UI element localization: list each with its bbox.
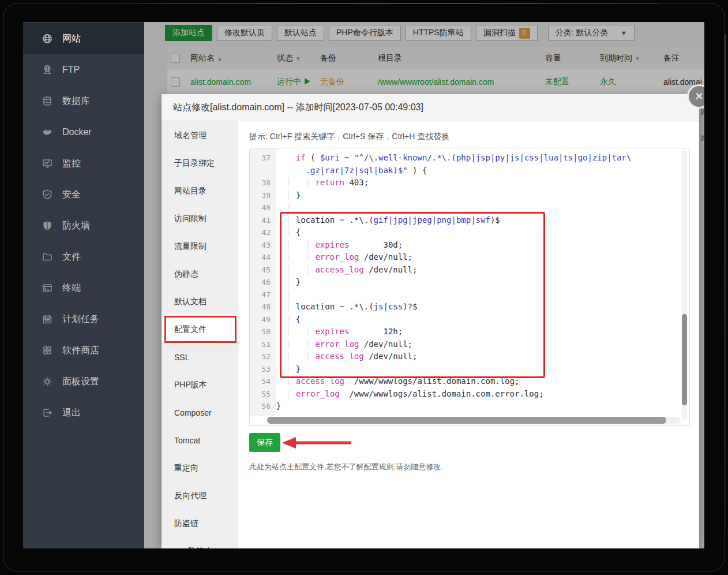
modal-menu-item-9[interactable]: SSL: [162, 343, 238, 371]
line-number: 47: [250, 289, 276, 301]
line-number: 39: [250, 189, 276, 202]
sidebar-item-label: 退出: [62, 407, 81, 419]
code-line: 49 │ {: [250, 313, 689, 326]
site-edit-modal: 站点修改[alist.domain.com] -- 添加时间[2023-07-0…: [162, 94, 699, 548]
sidebar-item-11[interactable]: 软件商店: [23, 335, 144, 366]
modal-menu-item-label: 流量限制: [174, 241, 207, 252]
editor-horizontal-scrollbar[interactable]: [267, 417, 681, 424]
modal-menu-item-11[interactable]: Composer: [162, 399, 238, 427]
modal-header: 站点修改[alist.domain.com] -- 添加时间[2023-07-0…: [162, 94, 699, 121]
modal-menu-item-label: Composer: [174, 408, 212, 417]
arrow-annotation: [280, 435, 354, 451]
modal-menu-item-12[interactable]: Tomcat: [162, 427, 238, 454]
code-line: 46 │ }: [250, 276, 689, 289]
save-button[interactable]: 保存: [249, 433, 280, 452]
sidebar-item-5[interactable]: 监控: [23, 148, 144, 179]
code-text: }: [276, 400, 281, 413]
line-number: 45: [250, 264, 276, 277]
sidebar-item-3[interactable]: 数据库: [23, 85, 144, 117]
app-window: 添加站点修改默认页默认站点PHP命令行版本HTTPS防窜站漏洞扫描0分类: 默认…: [23, 22, 704, 548]
modal-menu-item-7[interactable]: 默认文档: [162, 288, 238, 316]
modal-menu-item-4[interactable]: 访问限制: [162, 205, 238, 233]
code-line: 37 if ( $uri ~ "^/\.well-known/.*\.(php|…: [250, 152, 689, 165]
logout-icon: [42, 407, 53, 419]
terminal-icon: [42, 282, 53, 294]
modal-menu-item-label: Tomcat: [174, 436, 200, 445]
code-line: 50 │ │ expires 12h;: [250, 326, 689, 338]
modal-menu: 域名管理子目录绑定网站目录访问限制流量限制伪静态默认文档配置文件SSLPHP版本…: [162, 121, 238, 548]
code-text: │: [276, 201, 291, 214]
line-number: 56: [250, 400, 276, 413]
line-number: 43: [250, 239, 276, 252]
sidebar-item-13[interactable]: 退出: [23, 397, 144, 428]
sidebar-item-10[interactable]: 计划任务: [23, 304, 144, 335]
code-line: 55 │ error_log /www/wwwlogs/alist.domain…: [250, 388, 689, 401]
close-icon: ✕: [695, 90, 703, 103]
modal-menu-item-5[interactable]: 流量限制: [162, 233, 238, 260]
modal-title: 站点修改[alist.domain.com] -- 添加时间[2023-07-0…: [173, 102, 423, 114]
sidebar-item-1[interactable]: 网站: [23, 23, 144, 54]
sidebar-nav: 网站FTP数据库Docker监控安全防火墙文件终端计划任务软件商店面板设置退出: [23, 22, 144, 548]
modal-menu-item-6[interactable]: 伪静态: [162, 260, 238, 288]
modal-menu-item-label: 配置文件: [174, 324, 207, 335]
sidebar-item-6[interactable]: 安全: [23, 179, 144, 210]
horizontal-scrollbar-thumb[interactable]: [267, 417, 666, 424]
code-text: │: [276, 289, 291, 301]
modal-menu-item-label: 重定向: [174, 463, 198, 473]
code-text: │ │ access_log /dev/null;: [276, 264, 417, 277]
code-line: 38 │ │ return 403;: [250, 177, 689, 189]
modal-menu-item-1[interactable]: 域名管理: [162, 122, 238, 150]
frame-right-glow: [725, 35, 726, 531]
config-code-editor[interactable]: 37 if ( $uri ~ "^/\.well-known/.*\.(php|…: [249, 148, 690, 426]
code-line: 53 │ }: [250, 363, 689, 376]
line-number: 52: [250, 350, 276, 363]
sidebar-item-2[interactable]: FTP: [23, 54, 144, 85]
modal-menu-item-label: 防盗链: [174, 518, 198, 529]
modal-menu-item-10[interactable]: PHP版本: [162, 371, 238, 399]
sidebar-item-label: 终端: [62, 282, 81, 294]
sidebar-item-label: 计划任务: [62, 313, 99, 326]
code-line: 41 │ location ~ .*\.(gif|jpg|jpeg|png|bm…: [250, 214, 689, 227]
line-number: 51: [250, 338, 276, 351]
line-number: 50: [250, 326, 276, 338]
vertical-scrollbar-thumb[interactable]: [682, 314, 687, 405]
code-line: 48 │ location ~ .*\.(js|css)?$: [250, 301, 689, 313]
sidebar-item-label: 监控: [62, 158, 81, 170]
docker-icon: [42, 126, 53, 138]
code-text: │ {: [276, 313, 301, 326]
sidebar-item-8[interactable]: 文件: [23, 241, 144, 272]
code-line: 44 │ │ error_log /dev/null;: [250, 251, 689, 264]
modal-menu-item-8[interactable]: 配置文件: [162, 316, 238, 343]
code-text: if ( $uri ~ "^/\.well-known/.*\.(php|jsp…: [276, 152, 631, 165]
modal-menu-item-14[interactable]: 反向代理: [162, 482, 238, 510]
gear-icon: [42, 376, 53, 387]
editor-hint-text: 提示: Ctrl+F 搜索关键字，Ctrl+S 保存，Ctrl+H 查找替换: [249, 132, 699, 142]
modal-menu-item-16[interactable]: 防篡改: [162, 537, 238, 548]
sidebar-item-7[interactable]: 防火墙: [23, 210, 144, 241]
code-line: 51 │ │ error_log /dev/null;: [250, 338, 689, 351]
line-number: 49: [250, 313, 276, 326]
calendar-icon: [42, 313, 53, 325]
modal-menu-item-13[interactable]: 重定向: [162, 454, 238, 482]
code-line: 47 │: [250, 289, 689, 301]
globe-icon: [42, 33, 53, 44]
code-text: │ access_log /www/wwwlogs/alist.domain.c…: [276, 375, 519, 388]
line-number: 42: [250, 226, 276, 239]
modal-menu-item-15[interactable]: 防盗链: [162, 510, 238, 537]
code-line: 45 │ │ access_log /dev/null;: [250, 264, 689, 277]
modal-menu-item-3[interactable]: 网站目录: [162, 177, 238, 205]
code-text: │ location ~ .*\.(js|css)?$: [276, 301, 417, 313]
sidebar-item-12[interactable]: 面板设置: [23, 366, 144, 397]
line-number: 48: [250, 301, 276, 313]
modal-menu-item-label: 访问限制: [174, 214, 207, 224]
code-text: │ }: [276, 189, 301, 202]
frame-top-glow: [75, 3, 658, 4]
editor-vertical-scrollbar[interactable]: [682, 151, 687, 420]
modal-menu-item-2[interactable]: 子目录绑定: [162, 150, 238, 177]
sidebar-item-4[interactable]: Docker: [23, 117, 144, 148]
sidebar-item-9[interactable]: 终端: [23, 272, 144, 304]
modal-menu-item-label: 网站目录: [174, 186, 207, 196]
shield-check-icon: [42, 189, 53, 200]
code-text: │ │ access_log /dev/null;: [276, 350, 417, 363]
database-icon: [42, 95, 53, 107]
